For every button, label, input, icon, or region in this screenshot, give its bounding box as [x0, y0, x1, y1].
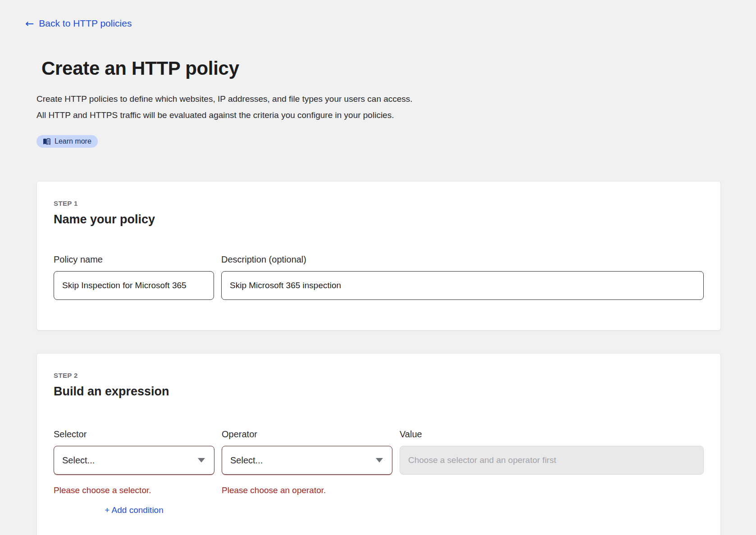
page-title: Create an HTTP policy	[41, 58, 756, 79]
operator-dropdown-value: Select...	[230, 455, 263, 466]
selector-error-message: Please choose a selector.	[54, 485, 214, 495]
operator-label: Operator	[222, 429, 392, 440]
learn-more-button[interactable]: Learn more	[36, 135, 98, 148]
operator-error-message: Please choose an operator.	[222, 485, 392, 495]
chevron-down-icon	[198, 458, 205, 462]
page-description-line2: All HTTP and HTTPS traffic will be evalu…	[36, 107, 756, 123]
page-description-line1: Create HTTP policies to define which web…	[36, 91, 756, 107]
policy-name-input[interactable]	[54, 271, 214, 300]
page-description: Create HTTP policies to define which web…	[36, 91, 756, 123]
description-label: Description (optional)	[221, 254, 704, 265]
back-arrow-icon: ←	[25, 18, 34, 29]
step1-label: STEP 1	[54, 199, 704, 207]
selector-dropdown-value: Select...	[62, 455, 95, 466]
operator-dropdown[interactable]: Select...	[222, 446, 392, 475]
back-link[interactable]: ← Back to HTTP policies	[25, 18, 132, 29]
step2-card: STEP 2 Build an expression Selector Sele…	[36, 353, 721, 535]
step2-label: STEP 2	[54, 372, 704, 379]
description-input[interactable]	[221, 271, 704, 300]
book-icon	[43, 138, 50, 145]
value-input	[400, 446, 704, 475]
back-link-label: Back to HTTP policies	[39, 18, 132, 29]
learn-more-label: Learn more	[55, 137, 91, 145]
step1-heading: Name your policy	[54, 213, 704, 227]
step1-card: STEP 1 Name your policy Policy name Desc…	[36, 181, 721, 331]
add-condition-link[interactable]: + Add condition	[54, 505, 214, 515]
step2-heading: Build an expression	[54, 385, 704, 399]
selector-label: Selector	[54, 429, 214, 440]
value-label: Value	[400, 429, 704, 440]
chevron-down-icon	[376, 458, 383, 462]
selector-dropdown[interactable]: Select...	[54, 446, 214, 475]
policy-name-label: Policy name	[54, 254, 214, 265]
